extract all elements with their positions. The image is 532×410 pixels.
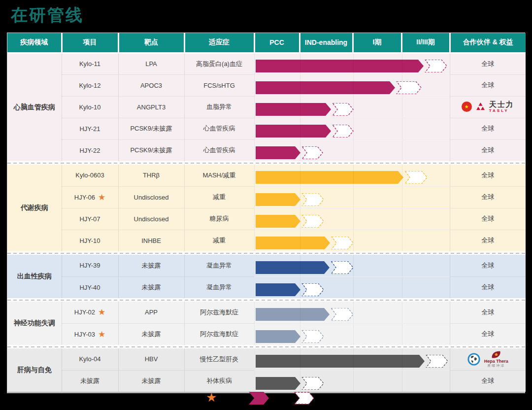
target-label: 未披露 xyxy=(118,323,184,345)
completed-stage-arrow xyxy=(256,146,300,159)
phase-track xyxy=(254,230,450,251)
pipeline-row: HJY-21PCSK9/未披露心血管疾病 全球 xyxy=(7,118,526,139)
partner-cell: 全球 xyxy=(450,370,526,392)
project-label: HJY-10 xyxy=(79,237,100,244)
project-label: 未披露 xyxy=(80,376,100,385)
tasly-triangles-icon xyxy=(476,102,485,111)
milestone-star-icon: ★ xyxy=(98,330,105,339)
partner-cell: 全球 xyxy=(450,323,526,345)
group-separator xyxy=(7,251,526,255)
partner-cell: Hepa Thera 星曜坤泽 xyxy=(450,348,526,370)
column-header-3: 适应症 xyxy=(184,33,254,53)
partner-cell: 全球 xyxy=(450,302,526,323)
project-label: Kylo-04 xyxy=(79,355,100,363)
partner-cell: 全球 xyxy=(450,255,526,276)
indication-label: 凝血异常 xyxy=(184,276,254,298)
milestone-star-icon: ★ xyxy=(98,308,105,316)
china-flag-icon: ★ xyxy=(462,102,472,112)
target-label: 未披露 xyxy=(118,370,184,392)
disease-area-label: 神经功能失调 xyxy=(7,302,62,345)
completed-stage-arrow xyxy=(256,283,300,296)
pipeline-row: HJY-22PCSK9/未披露心血管疾病 全球 xyxy=(7,139,526,161)
indication-label: 慢性乙型肝炎 xyxy=(184,348,254,370)
partner-rights-label: 全球 xyxy=(481,377,494,384)
partner-rights-label: 全球 xyxy=(481,283,494,291)
phase-track xyxy=(254,74,450,96)
phase-track xyxy=(254,53,450,74)
project-label: Kylo-10 xyxy=(79,103,100,111)
indication-label: 凝血异常 xyxy=(184,255,254,276)
pipeline-row: 代谢疾病Kylo-0603THRβMASH/减重 全球 xyxy=(7,165,526,186)
partner-rights-label: 全球 xyxy=(481,146,494,154)
phase-track xyxy=(254,255,450,276)
project-label: Kylo-11 xyxy=(79,60,100,68)
partner-rights-label: 全球 xyxy=(481,60,494,68)
phase-track xyxy=(254,302,450,323)
indication-label: 阿尔兹海默症 xyxy=(184,302,254,323)
project-label: HJY-03 xyxy=(74,331,95,338)
indication-label: FCS/sHTG xyxy=(184,74,254,96)
partner-cell: ★ 天士力 TASLY xyxy=(450,96,526,118)
target-label: APP xyxy=(118,302,184,323)
phase-track xyxy=(254,165,450,186)
completed-stage-arrow xyxy=(256,215,300,228)
upcoming-stage-arrow xyxy=(302,146,323,159)
target-label: Undisclosed xyxy=(118,208,184,230)
globe-icon xyxy=(467,353,480,366)
upcoming-stage-arrow xyxy=(302,193,324,206)
partner-cell: 全球 xyxy=(450,230,526,251)
table-header-row: 疾病领域项目靶点适应症PCCIND-enablingI期II/III期合作伙伴 … xyxy=(7,33,526,53)
column-header-6: I期 xyxy=(353,33,401,53)
target-label: THRβ xyxy=(118,165,184,186)
indication-label: MASH/减重 xyxy=(184,165,254,186)
tasly-name: 天士力 xyxy=(489,101,514,109)
column-header-7: II/III期 xyxy=(401,33,450,53)
partner-cell: 全球 xyxy=(450,165,526,186)
partner-cell: 全球 xyxy=(450,53,526,74)
upcoming-stage-arrow xyxy=(302,377,324,390)
completed-stage-arrow xyxy=(256,308,330,321)
legend-upcoming-stage-arrow-icon xyxy=(294,392,315,405)
legend-milestone-star-icon: ★ xyxy=(206,390,217,405)
hepathera-leaf-icon xyxy=(491,350,501,359)
completed-stage-arrow xyxy=(256,60,424,72)
partner-rights-label: 全球 xyxy=(481,193,494,201)
partner-rights-label: 全球 xyxy=(481,262,494,269)
partner-tasly-logo: ★ 天士力 TASLY xyxy=(450,101,526,113)
pipeline-row: 出血性疾病HJY-39未披露凝血异常 全球 xyxy=(7,255,526,276)
target-label: 未披露 xyxy=(118,276,184,298)
pipeline-row: HJY-40未披露凝血异常 全球 xyxy=(7,276,526,298)
partner-rights-label: 全球 xyxy=(481,215,494,222)
phase-track xyxy=(254,348,450,370)
pipeline-row: 神经功能失调HJY-02★APP阿尔兹海默症 全球 xyxy=(7,302,526,323)
pipeline-row: HJY-10INHBE减重 全球 xyxy=(7,230,526,251)
partner-hepathera-logo: Hepa Thera 星曜坤泽 xyxy=(450,350,526,368)
upcoming-stage-arrow xyxy=(332,237,353,249)
indication-label: 阿尔兹海默症 xyxy=(184,323,254,345)
partner-cell: 全球 xyxy=(450,186,526,208)
phase-track xyxy=(254,96,450,118)
completed-stage-arrow xyxy=(256,103,331,116)
disease-area-label: 出血性疾病 xyxy=(7,255,62,298)
project-label: HJY-22 xyxy=(79,147,100,154)
milestone-star-icon: ★ xyxy=(98,193,105,202)
completed-stage-arrow xyxy=(256,125,331,137)
partner-cell: 全球 xyxy=(450,139,526,161)
completed-stage-arrow xyxy=(256,377,300,390)
pipeline-row: Kylo-10ANGPLT3血脂异常 ★ 天士力 TASLY xyxy=(7,96,526,118)
partner-rights-label: 全球 xyxy=(481,308,494,316)
phase-track xyxy=(254,118,450,139)
phase-track xyxy=(254,208,450,230)
partner-rights-label: 全球 xyxy=(481,237,494,244)
partner-cell: 全球 xyxy=(450,276,526,298)
column-header-4: PCC xyxy=(254,33,299,53)
upcoming-stage-arrow xyxy=(302,283,324,296)
group-separator xyxy=(7,298,526,302)
project-label: HJY-39 xyxy=(79,262,100,269)
upcoming-stage-arrow xyxy=(332,125,353,137)
pipeline-row: Kylo-12APOC3FCS/sHTG 全球 xyxy=(7,74,526,96)
pipeline-row: HJY-07Undisclosed糖尿病 全球 xyxy=(7,208,526,230)
target-label: HBV xyxy=(118,348,184,370)
disease-area-label: 肝病与自免 xyxy=(7,348,62,392)
completed-stage-arrow xyxy=(256,193,300,206)
